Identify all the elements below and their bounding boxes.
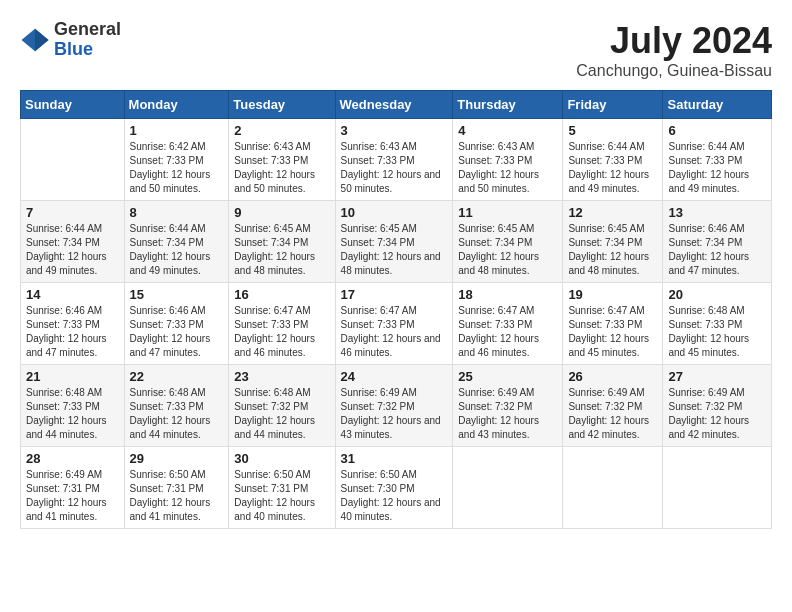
day-number: 27 <box>668 369 766 384</box>
col-wednesday: Wednesday <box>335 91 453 119</box>
day-number: 20 <box>668 287 766 302</box>
calendar-cell: 16Sunrise: 6:47 AM Sunset: 7:33 PM Dayli… <box>229 283 335 365</box>
day-number: 2 <box>234 123 329 138</box>
calendar-cell: 3Sunrise: 6:43 AM Sunset: 7:33 PM Daylig… <box>335 119 453 201</box>
col-thursday: Thursday <box>453 91 563 119</box>
day-number: 28 <box>26 451 119 466</box>
day-number: 9 <box>234 205 329 220</box>
day-number: 1 <box>130 123 224 138</box>
cell-info: Sunrise: 6:47 AM Sunset: 7:33 PM Dayligh… <box>341 304 448 360</box>
calendar-cell: 17Sunrise: 6:47 AM Sunset: 7:33 PM Dayli… <box>335 283 453 365</box>
calendar-cell: 9Sunrise: 6:45 AM Sunset: 7:34 PM Daylig… <box>229 201 335 283</box>
calendar-cell: 19Sunrise: 6:47 AM Sunset: 7:33 PM Dayli… <box>563 283 663 365</box>
logo: General Blue <box>20 20 121 60</box>
cell-info: Sunrise: 6:43 AM Sunset: 7:33 PM Dayligh… <box>341 140 448 196</box>
day-number: 7 <box>26 205 119 220</box>
month-year: July 2024 <box>576 20 772 62</box>
calendar-cell: 15Sunrise: 6:46 AM Sunset: 7:33 PM Dayli… <box>124 283 229 365</box>
calendar-cell: 21Sunrise: 6:48 AM Sunset: 7:33 PM Dayli… <box>21 365 125 447</box>
calendar-cell: 29Sunrise: 6:50 AM Sunset: 7:31 PM Dayli… <box>124 447 229 529</box>
cell-info: Sunrise: 6:49 AM Sunset: 7:32 PM Dayligh… <box>341 386 448 442</box>
col-tuesday: Tuesday <box>229 91 335 119</box>
calendar-cell: 31Sunrise: 6:50 AM Sunset: 7:30 PM Dayli… <box>335 447 453 529</box>
day-number: 25 <box>458 369 557 384</box>
calendar-cell: 1Sunrise: 6:42 AM Sunset: 7:33 PM Daylig… <box>124 119 229 201</box>
calendar-cell: 18Sunrise: 6:47 AM Sunset: 7:33 PM Dayli… <box>453 283 563 365</box>
calendar-cell: 10Sunrise: 6:45 AM Sunset: 7:34 PM Dayli… <box>335 201 453 283</box>
day-number: 14 <box>26 287 119 302</box>
day-number: 24 <box>341 369 448 384</box>
day-number: 4 <box>458 123 557 138</box>
cell-info: Sunrise: 6:46 AM Sunset: 7:33 PM Dayligh… <box>26 304 119 360</box>
logo-icon <box>20 25 50 55</box>
col-friday: Friday <box>563 91 663 119</box>
day-number: 15 <box>130 287 224 302</box>
cell-info: Sunrise: 6:47 AM Sunset: 7:33 PM Dayligh… <box>458 304 557 360</box>
calendar-cell: 28Sunrise: 6:49 AM Sunset: 7:31 PM Dayli… <box>21 447 125 529</box>
day-number: 31 <box>341 451 448 466</box>
cell-info: Sunrise: 6:48 AM Sunset: 7:33 PM Dayligh… <box>26 386 119 442</box>
cell-info: Sunrise: 6:45 AM Sunset: 7:34 PM Dayligh… <box>458 222 557 278</box>
day-number: 10 <box>341 205 448 220</box>
col-saturday: Saturday <box>663 91 772 119</box>
column-headers: Sunday Monday Tuesday Wednesday Thursday… <box>21 91 772 119</box>
cell-info: Sunrise: 6:49 AM Sunset: 7:32 PM Dayligh… <box>458 386 557 442</box>
cell-info: Sunrise: 6:49 AM Sunset: 7:32 PM Dayligh… <box>668 386 766 442</box>
calendar-cell: 11Sunrise: 6:45 AM Sunset: 7:34 PM Dayli… <box>453 201 563 283</box>
day-number: 19 <box>568 287 657 302</box>
day-number: 29 <box>130 451 224 466</box>
calendar-row: 21Sunrise: 6:48 AM Sunset: 7:33 PM Dayli… <box>21 365 772 447</box>
cell-info: Sunrise: 6:44 AM Sunset: 7:33 PM Dayligh… <box>568 140 657 196</box>
calendar-table: Sunday Monday Tuesday Wednesday Thursday… <box>20 90 772 529</box>
calendar-cell <box>453 447 563 529</box>
calendar-cell: 27Sunrise: 6:49 AM Sunset: 7:32 PM Dayli… <box>663 365 772 447</box>
day-number: 3 <box>341 123 448 138</box>
svg-marker-1 <box>35 29 49 52</box>
calendar-row: 28Sunrise: 6:49 AM Sunset: 7:31 PM Dayli… <box>21 447 772 529</box>
day-number: 23 <box>234 369 329 384</box>
calendar-row: 1Sunrise: 6:42 AM Sunset: 7:33 PM Daylig… <box>21 119 772 201</box>
cell-info: Sunrise: 6:49 AM Sunset: 7:32 PM Dayligh… <box>568 386 657 442</box>
calendar-cell: 8Sunrise: 6:44 AM Sunset: 7:34 PM Daylig… <box>124 201 229 283</box>
cell-info: Sunrise: 6:44 AM Sunset: 7:33 PM Dayligh… <box>668 140 766 196</box>
day-number: 18 <box>458 287 557 302</box>
col-monday: Monday <box>124 91 229 119</box>
calendar-cell: 7Sunrise: 6:44 AM Sunset: 7:34 PM Daylig… <box>21 201 125 283</box>
cell-info: Sunrise: 6:46 AM Sunset: 7:34 PM Dayligh… <box>668 222 766 278</box>
cell-info: Sunrise: 6:48 AM Sunset: 7:33 PM Dayligh… <box>130 386 224 442</box>
cell-info: Sunrise: 6:46 AM Sunset: 7:33 PM Dayligh… <box>130 304 224 360</box>
day-number: 21 <box>26 369 119 384</box>
calendar-cell: 2Sunrise: 6:43 AM Sunset: 7:33 PM Daylig… <box>229 119 335 201</box>
calendar-cell: 14Sunrise: 6:46 AM Sunset: 7:33 PM Dayli… <box>21 283 125 365</box>
day-number: 26 <box>568 369 657 384</box>
cell-info: Sunrise: 6:49 AM Sunset: 7:31 PM Dayligh… <box>26 468 119 524</box>
cell-info: Sunrise: 6:48 AM Sunset: 7:33 PM Dayligh… <box>668 304 766 360</box>
calendar-cell: 24Sunrise: 6:49 AM Sunset: 7:32 PM Dayli… <box>335 365 453 447</box>
calendar-cell <box>21 119 125 201</box>
calendar-cell: 13Sunrise: 6:46 AM Sunset: 7:34 PM Dayli… <box>663 201 772 283</box>
logo-text: General Blue <box>54 20 121 60</box>
cell-info: Sunrise: 6:47 AM Sunset: 7:33 PM Dayligh… <box>568 304 657 360</box>
calendar-cell: 22Sunrise: 6:48 AM Sunset: 7:33 PM Dayli… <box>124 365 229 447</box>
title-block: July 2024 Canchungo, Guinea-Bissau <box>576 20 772 80</box>
calendar-cell: 4Sunrise: 6:43 AM Sunset: 7:33 PM Daylig… <box>453 119 563 201</box>
calendar-cell: 30Sunrise: 6:50 AM Sunset: 7:31 PM Dayli… <box>229 447 335 529</box>
day-number: 16 <box>234 287 329 302</box>
col-sunday: Sunday <box>21 91 125 119</box>
day-number: 17 <box>341 287 448 302</box>
calendar-cell <box>563 447 663 529</box>
calendar-cell: 23Sunrise: 6:48 AM Sunset: 7:32 PM Dayli… <box>229 365 335 447</box>
calendar-cell: 26Sunrise: 6:49 AM Sunset: 7:32 PM Dayli… <box>563 365 663 447</box>
calendar-cell: 12Sunrise: 6:45 AM Sunset: 7:34 PM Dayli… <box>563 201 663 283</box>
location: Canchungo, Guinea-Bissau <box>576 62 772 80</box>
day-number: 30 <box>234 451 329 466</box>
cell-info: Sunrise: 6:43 AM Sunset: 7:33 PM Dayligh… <box>234 140 329 196</box>
cell-info: Sunrise: 6:48 AM Sunset: 7:32 PM Dayligh… <box>234 386 329 442</box>
calendar-cell: 25Sunrise: 6:49 AM Sunset: 7:32 PM Dayli… <box>453 365 563 447</box>
calendar-cell: 20Sunrise: 6:48 AM Sunset: 7:33 PM Dayli… <box>663 283 772 365</box>
day-number: 13 <box>668 205 766 220</box>
cell-info: Sunrise: 6:42 AM Sunset: 7:33 PM Dayligh… <box>130 140 224 196</box>
calendar-row: 7Sunrise: 6:44 AM Sunset: 7:34 PM Daylig… <box>21 201 772 283</box>
calendar-cell: 5Sunrise: 6:44 AM Sunset: 7:33 PM Daylig… <box>563 119 663 201</box>
day-number: 6 <box>668 123 766 138</box>
